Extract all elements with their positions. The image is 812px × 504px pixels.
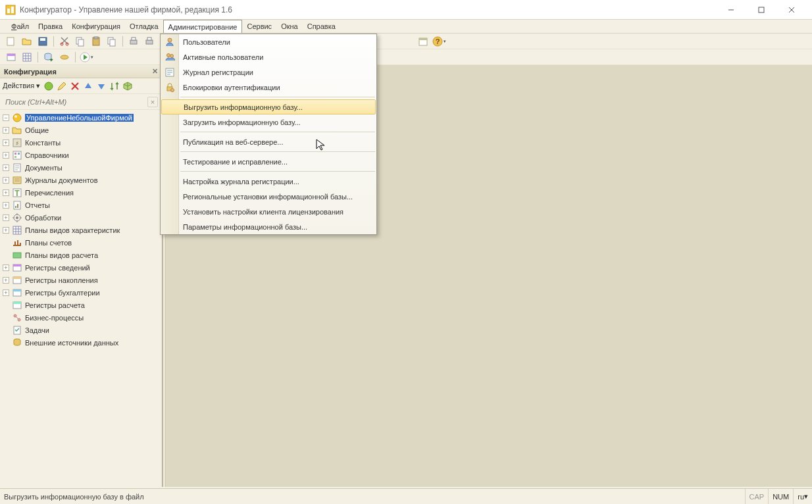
save-button[interactable]: [36, 34, 50, 49]
config-panel-button[interactable]: [4, 50, 18, 64]
expand-icon[interactable]: +: [3, 177, 9, 184]
add-button[interactable]: [43, 80, 55, 92]
config-tree-button[interactable]: [20, 50, 34, 64]
expand-icon[interactable]: +: [3, 202, 9, 209]
expand-icon[interactable]: +: [3, 164, 9, 171]
menu-item[interactable]: Активные пользователи: [161, 49, 376, 64]
menu-edit[interactable]: Правка: [34, 20, 67, 33]
config-tree[interactable]: −УправлениеНебольшойФирмой+Общие+Констан…: [0, 110, 162, 487]
tree-item[interactable]: +Документы: [0, 161, 162, 174]
menu-item[interactable]: Установить настройки клиента лицензирова…: [161, 204, 376, 219]
open-button[interactable]: [20, 34, 34, 49]
tree-item[interactable]: +Обработки: [0, 211, 162, 224]
menu-admin[interactable]: Администрирование: [163, 20, 243, 33]
edit-button[interactable]: [56, 80, 68, 92]
copy-button[interactable]: [73, 34, 88, 49]
print-button[interactable]: [126, 34, 141, 49]
menu-item-label: Журнал регистрации: [183, 68, 253, 76]
tree-item-label: Журналы документов: [25, 176, 98, 184]
move-up-button[interactable]: [82, 80, 94, 92]
run-button[interactable]: ▾: [79, 50, 93, 64]
menu-item[interactable]: Пользователи: [161, 34, 376, 49]
actions-dropdown[interactable]: Действия ▾: [3, 82, 40, 90]
tree-item[interactable]: +Планы видов расчета: [0, 249, 162, 261]
task-icon: [12, 325, 22, 336]
menu-item-label: Региональные установки информационной ба…: [183, 193, 353, 201]
expand-icon[interactable]: +: [3, 189, 9, 196]
new-button[interactable]: [4, 34, 18, 49]
orb-icon: [12, 113, 22, 123]
menu-item[interactable]: Публикация на веб-сервере...: [161, 134, 376, 149]
paste-button[interactable]: [89, 34, 103, 49]
expand-icon[interactable]: +: [3, 152, 9, 159]
status-lang[interactable]: ru ▾: [793, 489, 812, 504]
tree-item[interactable]: +Планы счетов: [0, 236, 162, 249]
tree-item-label: Внешние источники данных: [25, 339, 118, 347]
tree-item[interactable]: +Регистры накопления: [0, 274, 162, 286]
expand-icon[interactable]: +: [3, 265, 9, 271]
menu-item[interactable]: Региональные установки информационной ба…: [161, 189, 376, 204]
calendar-button[interactable]: [416, 34, 430, 49]
tree-item[interactable]: +Внешние источники данных: [0, 336, 162, 349]
expand-icon[interactable]: −: [3, 114, 9, 121]
minimize-button[interactable]: [716, 0, 746, 20]
menu-windows[interactable]: Окна: [276, 20, 303, 33]
db-list-button[interactable]: [57, 50, 72, 64]
tree-item[interactable]: +Справочники: [0, 149, 162, 161]
close-button[interactable]: [776, 0, 807, 20]
tree-item[interactable]: +Перечисления: [0, 186, 162, 199]
tree-item[interactable]: +Регистры сведений: [0, 261, 162, 274]
tree-item[interactable]: +Регистры расчета: [0, 299, 162, 311]
maximize-button[interactable]: [746, 0, 776, 20]
find-in-tree-button[interactable]: [122, 80, 134, 92]
tree-item[interactable]: +Бизнес-процессы: [0, 311, 162, 324]
update-db-button[interactable]: [41, 50, 56, 64]
separator: [38, 52, 38, 63]
menu-debug[interactable]: Отладка: [125, 20, 163, 33]
menu-config[interactable]: Конфигурация: [67, 20, 125, 33]
expand-icon[interactable]: +: [3, 227, 9, 234]
compare-button[interactable]: [105, 34, 119, 49]
expand-icon[interactable]: +: [3, 214, 9, 221]
menu-item[interactable]: Загрузить информационную базу...: [161, 114, 376, 130]
tree-item[interactable]: +Отчеты: [0, 199, 162, 211]
print-preview-button[interactable]: [142, 34, 157, 49]
cut-button[interactable]: [57, 34, 72, 49]
proc-icon: [12, 213, 22, 223]
menu-file[interactable]: Файл: [7, 20, 34, 33]
menu-item[interactable]: Выгрузить информационную базу...: [161, 99, 376, 114]
tree-item-label: Бизнес-процессы: [25, 314, 84, 322]
main-layout: Конфигурация ✕ Действия ▾ × −УправлениеН…: [0, 65, 812, 487]
expand-icon[interactable]: +: [3, 277, 9, 284]
log-icon: [165, 67, 175, 78]
menu-item[interactable]: Параметры информационной базы...: [161, 219, 376, 234]
expand-icon[interactable]: +: [3, 139, 9, 146]
clear-search-button[interactable]: ×: [147, 97, 158, 107]
expand-icon[interactable]: +: [3, 127, 9, 134]
tree-item[interactable]: +Задачи: [0, 324, 162, 336]
tree-item[interactable]: +Журналы документов: [0, 174, 162, 186]
title-bar: Конфигуратор - Управление нашей фирмой, …: [0, 0, 812, 20]
help-button[interactable]: ▾: [432, 34, 446, 49]
sort-button[interactable]: [109, 80, 120, 92]
tree-root-label: УправлениеНебольшойФирмой: [25, 114, 134, 122]
panel-close-button[interactable]: ✕: [152, 67, 158, 76]
expand-icon[interactable]: +: [3, 290, 9, 296]
menu-item[interactable]: Настройка журнала регистрации...: [161, 174, 376, 189]
delete-button[interactable]: [69, 80, 81, 92]
menu-item[interactable]: Блокировки аутентификации: [161, 80, 376, 95]
regacc-icon: [12, 275, 22, 286]
tree-item[interactable]: +Константы: [0, 136, 162, 149]
tree-item-label: Регистры накопления: [25, 276, 98, 284]
tree-item-label: Планы счетов: [25, 239, 72, 247]
menu-service[interactable]: Сервис: [242, 20, 276, 33]
search-input[interactable]: [4, 97, 147, 107]
tree-item[interactable]: +Общие: [0, 124, 162, 136]
menu-help[interactable]: Справка: [303, 20, 340, 33]
move-down-button[interactable]: [95, 80, 107, 92]
tree-item[interactable]: +Регистры бухгалтерии: [0, 286, 162, 299]
menu-item[interactable]: Журнал регистрации: [161, 64, 376, 80]
tree-root[interactable]: −УправлениеНебольшойФирмой: [0, 111, 162, 124]
tree-item[interactable]: +Планы видов характеристик: [0, 224, 162, 236]
menu-item[interactable]: Тестирование и исправление...: [161, 154, 376, 169]
